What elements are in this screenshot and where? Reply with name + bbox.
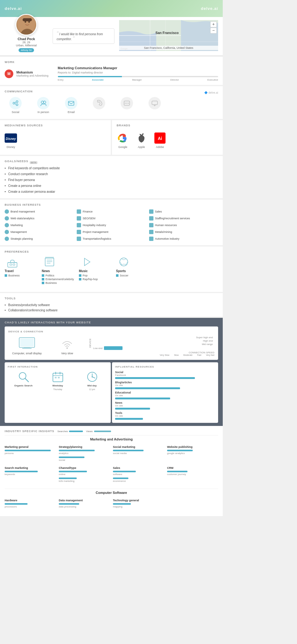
ins-col-title-4: Website publishing: [167, 445, 218, 448]
svg-rect-24: [68, 101, 74, 105]
ins-bar-group-8: customer journey: [167, 471, 218, 476]
brand-apple: Apple: [135, 132, 148, 149]
device-connection-row: Computer, small display Very slow DEVICE…: [8, 336, 214, 356]
device-label: Computer, small display: [12, 352, 42, 355]
svg-rect-57: [58, 377, 60, 378]
ins-bar-group-tg: mapping: [113, 503, 164, 508]
news-dot-2: [42, 278, 44, 280]
ins-bar-label-b2b: b2b marketing: [59, 480, 110, 482]
ins-bar-group-1: persona: [5, 450, 56, 455]
ins-bar-label-software: software: [113, 473, 164, 476]
ins-bar-group-5: keywords: [5, 471, 56, 476]
profile-quote: " I would like to find persona from comp…: [48, 20, 119, 52]
inf-tools: Tools On site: [115, 411, 215, 420]
searches-metric: Searches: [58, 430, 83, 433]
inf-blog-bar: [115, 387, 180, 389]
tools-section: TOOLS •Business/productivity software •C…: [0, 293, 223, 317]
travel-label: Travel: [5, 269, 36, 273]
wifi-icon: [59, 336, 75, 350]
searches-label: Searches: [58, 430, 68, 433]
avatar-face: [16, 14, 36, 36]
interest-auto: Automotive industry: [149, 236, 218, 242]
svg-point-26: [127, 103, 127, 104]
interest-icon-9: [149, 223, 153, 227]
interest-transport: Transportation/logistics: [77, 236, 146, 242]
svg-rect-34: [8, 263, 17, 267]
goal-4: •Create a persona online: [5, 183, 218, 189]
ins-col-crm: CRM customer journey: [167, 466, 218, 484]
brand-disney: Disney Disney: [5, 132, 17, 149]
ins-bar-mapping: [113, 503, 131, 505]
interest-label-3: Sales: [155, 210, 162, 213]
tools-title: TOOLS: [5, 297, 218, 300]
work-row: M Mekanism Marketing and Advertising Mar…: [5, 66, 218, 81]
svg-point-17: [13, 102, 15, 104]
travel-dot-1: [5, 274, 7, 277]
ins-bar-dp: [59, 503, 79, 505]
ins-bar-group-2b: social: [59, 457, 110, 461]
inf-edu: Educational On site: [115, 391, 215, 399]
header-logo-right: delve.ai: [201, 6, 218, 11]
ins-col-social-mktg: Social marketing social media: [113, 445, 164, 463]
category-title-software: Computer Software: [5, 489, 218, 496]
interest-icon-14: [77, 237, 81, 241]
media-brands-row: MEDIA/NEWS SOURCES Disney Disney BRANDS: [0, 120, 223, 155]
interest-web: Web stats/analytics: [5, 216, 74, 221]
influential-items: Social Facebook Blog/articles On site Ed…: [115, 371, 215, 420]
svg-text:−: −: [212, 28, 215, 33]
ins-bar-label-ga: google analytics: [167, 452, 218, 455]
ins-bar-social-strat: [59, 457, 84, 458]
ins-bar-cj: [167, 471, 187, 472]
ins-bar-b2b: [59, 478, 77, 479]
pref-sports: Sports Soccer: [116, 256, 147, 285]
ins-bar-group-7a: software: [113, 471, 164, 476]
interest-seo: SEO/SEM: [77, 216, 146, 221]
first-int-items: Organic Search Weekday Thursday: [8, 371, 108, 390]
goal-2: •Conduct competitor research: [5, 171, 218, 177]
ins-bar-label-keywords: keywords: [5, 473, 56, 476]
interactions-section: CHAD'S LIKELY INTERACTIONS WITH YOUR WEB…: [0, 318, 223, 426]
brands-items: Google Apple Ai: [117, 129, 218, 151]
career-stages: Entry Associate Manager Director Executi…: [58, 78, 218, 81]
first-inf-row: FIRST INTERACTION Organic Search: [5, 362, 218, 423]
tool-2: •Collaboration/conferencing software: [5, 308, 218, 313]
profile-type: Urban, Millennial: [16, 44, 37, 47]
inf-news-bar: [115, 408, 150, 410]
device-chart-area: DEVICE Super high end High end Mid range…: [89, 336, 214, 356]
sports-sub-1: Soccer: [116, 274, 147, 277]
goal-5: •Create a customer persona avatar: [5, 189, 218, 195]
svg-point-49: [67, 347, 68, 349]
fi-midday-sub: 12 pm: [89, 388, 95, 390]
ins-bar-group-hw: processors: [5, 503, 56, 508]
fi-search-label: Organic Search: [14, 384, 32, 387]
svg-rect-35: [10, 264, 12, 265]
interests-grid: Brand management Finance Sales Web stats…: [5, 209, 218, 242]
clock-icon: [86, 371, 98, 383]
chat-icon: [121, 97, 133, 109]
interest-icon-10: [5, 230, 9, 234]
svg-rect-36: [13, 264, 15, 265]
ins-bar-label-mapping: mapping: [113, 505, 164, 508]
media-items: Disney Disney: [5, 129, 106, 151]
interest-icon-5: [77, 216, 81, 221]
ins-bar-group-3: social media: [113, 450, 164, 455]
inf-news-label: News: [115, 401, 215, 404]
goals-title: GOALS/NEEDS: [5, 160, 28, 163]
interactions-title: CHAD'S LIKELY INTERACTIONS WITH YOUR WEB…: [5, 321, 218, 324]
x-axis-labels: Very Slow Slow Moderate Fast Very fast: [89, 354, 214, 356]
inf-social-bar: [115, 377, 195, 379]
inf-tools-bar: [115, 418, 143, 420]
interest-label-1: Brand management: [11, 210, 35, 213]
fi-weekday: Weekday Thursday: [42, 371, 73, 390]
comm-item-inperson: In person: [32, 97, 54, 114]
media-title: MEDIA/NEWS SOURCES: [5, 124, 106, 127]
job-sub: Reports to: Digital marketing director: [58, 71, 218, 74]
adobe-icon: Ai: [154, 132, 166, 144]
company-info: Mekanism Marketing and Advertising: [16, 70, 49, 77]
ins-bar-online: [59, 471, 87, 472]
ins-bar-group-dm: data processing: [59, 503, 110, 508]
comm-item-social: Social: [5, 97, 26, 114]
adobe-label: Adobe: [156, 145, 164, 149]
ins-col-title-2: Strategy/planning: [59, 445, 110, 448]
interest-icon-4: [5, 216, 9, 221]
